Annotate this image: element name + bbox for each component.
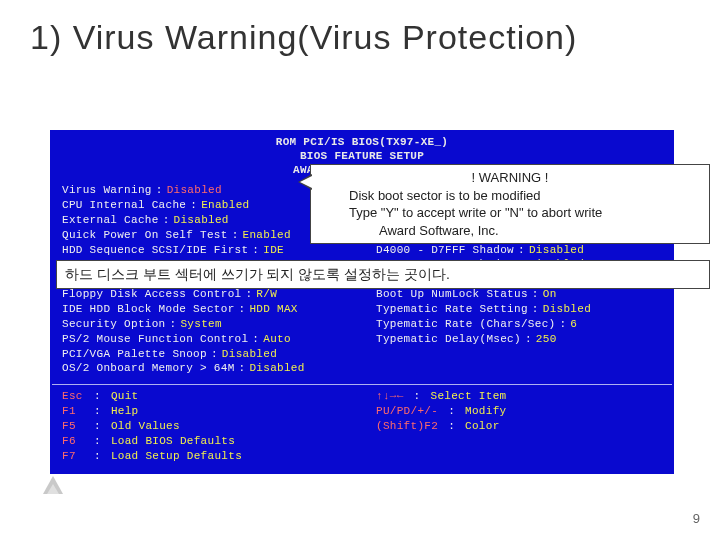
setting-label: D4000 - D7FFF Shadow (376, 243, 514, 258)
footer-row: F5:Old Values (62, 419, 348, 434)
bios-setting-row: Floppy Disk Access Control:R/W (62, 287, 348, 302)
footer-row: F7:Load Setup Defaults (62, 449, 348, 464)
logo-icon (40, 474, 66, 498)
footer-desc: Select Item (431, 389, 507, 404)
setting-value: IDE (263, 243, 284, 258)
page-number: 9 (693, 511, 700, 526)
bios-header-line: BIOS FEATURE SETUP (52, 150, 672, 164)
setting-label: Security Option (62, 317, 166, 332)
footer-row: F6:Load BIOS Defaults (62, 434, 348, 449)
setting-label: OS/2 Onboard Memory > 64M (62, 361, 235, 376)
footer-key: F6 (62, 434, 84, 449)
footer-key: Esc (62, 389, 84, 404)
bios-footer: Esc:QuitF1:HelpF5:Old ValuesF6:Load BIOS… (52, 389, 672, 469)
setting-value: System (180, 317, 221, 332)
setting-label: PCI/VGA Palette Snoop (62, 347, 207, 362)
setting-label: Boot Up NumLock Status (376, 287, 528, 302)
setting-value: Auto (263, 332, 291, 347)
footer-desc: Modify (465, 404, 506, 419)
footer-desc: Load BIOS Defaults (111, 434, 235, 449)
footer-right: ↑↓→←:Select ItemPU/PD/+/-:Modify(Shift)F… (376, 389, 662, 463)
bios-setting-row: CPU Internal Cache:Enabled (62, 198, 348, 213)
slide: 1) Virus Warning(Virus Protection) ROM P… (0, 0, 720, 540)
setting-label: Floppy Disk Access Control (62, 287, 241, 302)
setting-label: PS/2 Mouse Function Control (62, 332, 248, 347)
footer-key: F7 (62, 449, 84, 464)
bios-setting-row: Boot Up NumLock Status:On (376, 287, 662, 302)
setting-label: Quick Power On Self Test (62, 228, 228, 243)
setting-value: Disabled (167, 183, 222, 198)
footer-row: ↑↓→←:Select Item (376, 389, 662, 404)
footer-row: F1:Help (62, 404, 348, 419)
warning-callout: ! WARNING ! Disk boot sector is to be mo… (310, 164, 710, 244)
bios-setting-row: D4000 - D7FFF Shadow:Disabled (376, 243, 662, 258)
footer-desc: Old Values (111, 419, 180, 434)
bios-setting-row: PS/2 Mouse Function Control:Auto (62, 332, 348, 347)
setting-value: Disbled (543, 302, 591, 317)
footer-key: ↑↓→← (376, 389, 404, 404)
setting-label: IDE HDD Block Mode Sector (62, 302, 235, 317)
footer-left: Esc:QuitF1:HelpF5:Old ValuesF6:Load BIOS… (62, 389, 348, 463)
setting-value: Disabled (174, 213, 229, 228)
bios-setting-row: Typematic Delay(Msec):250 (376, 332, 662, 347)
warning-footer: Award Software, Inc. (319, 222, 701, 240)
footer-desc: Load Setup Defaults (111, 449, 242, 464)
bios-setting-row: HDD Sequence SCSI/IDE First:IDE (62, 243, 348, 258)
setting-label: CPU Internal Cache (62, 198, 186, 213)
bios-setting-row: External Cache:Disabled (62, 213, 348, 228)
warning-line1: Disk boot sector is to be modified (319, 187, 701, 205)
setting-value: Enabled (201, 198, 249, 213)
footer-key: PU/PD/+/- (376, 404, 438, 419)
setting-value: 250 (536, 332, 557, 347)
pointer-icon (300, 176, 312, 188)
footer-desc: Color (465, 419, 500, 434)
bios-setting-row: OS/2 Onboard Memory > 64M:Disabled (62, 361, 348, 376)
footer-row: (Shift)F2:Color (376, 419, 662, 434)
setting-label: External Cache (62, 213, 159, 228)
footer-row: PU/PD/+/-:Modify (376, 404, 662, 419)
setting-value: HDD MAX (249, 302, 297, 317)
description-callout: 하드 디스크 부트 섹터에 쓰기가 되지 않도록 설정하는 곳이다. (56, 260, 710, 289)
footer-desc: Help (111, 404, 139, 419)
warning-line2: Type "Y" to accept write or "N" to abort… (319, 204, 701, 222)
bios-setting-row: Typematic Rate Setting:Disbled (376, 302, 662, 317)
setting-value: Disabled (529, 243, 584, 258)
setting-value: Disabled (222, 347, 277, 362)
setting-label: HDD Sequence SCSI/IDE First (62, 243, 248, 258)
bios-setting-row: Typematic Rate (Chars/Sec):6 (376, 317, 662, 332)
bios-header-line: ROM PCI/IS BIOS(TX97-XE_) (52, 136, 672, 150)
warning-title: ! WARNING ! (319, 169, 701, 187)
setting-value: On (543, 287, 557, 302)
footer-key: F1 (62, 404, 84, 419)
bios-setting-row: PCI/VGA Palette Snoop:Disabled (62, 347, 348, 362)
bios-setting-row: Security Option:System (62, 317, 348, 332)
setting-label: Typematic Delay(Msec) (376, 332, 521, 347)
slide-title: 1) Virus Warning(Virus Protection) (30, 18, 577, 57)
setting-value: 6 (570, 317, 577, 332)
divider-icon (52, 384, 672, 385)
setting-value: Disabled (249, 361, 304, 376)
bios-setting-row: Quick Power On Self Test:Enabled (62, 228, 348, 243)
footer-row: Esc:Quit (62, 389, 348, 404)
setting-value: Enabled (243, 228, 291, 243)
setting-value: R/W (256, 287, 277, 302)
setting-label: Virus Warning (62, 183, 152, 198)
footer-desc: Quit (111, 389, 139, 404)
bios-setting-row: IDE HDD Block Mode Sector:HDD MAX (62, 302, 348, 317)
footer-key: (Shift)F2 (376, 419, 438, 434)
setting-label: Typematic Rate (Chars/Sec) (376, 317, 555, 332)
footer-key: F5 (62, 419, 84, 434)
setting-label: Typematic Rate Setting (376, 302, 528, 317)
